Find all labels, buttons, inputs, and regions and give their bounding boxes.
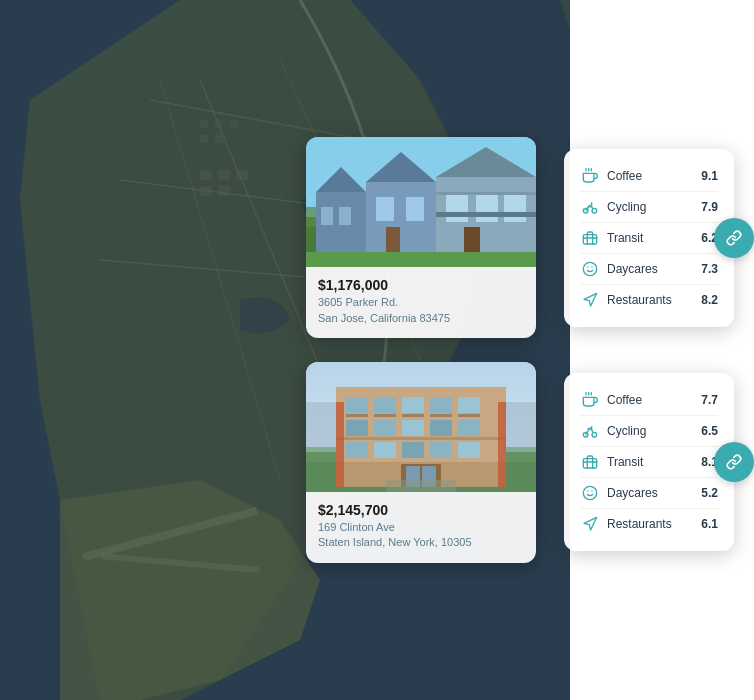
svg-rect-72	[346, 442, 368, 458]
score-value: 6.1	[701, 517, 718, 531]
svg-rect-36	[504, 192, 526, 222]
svg-rect-81	[336, 402, 344, 487]
score-value: 7.7	[701, 393, 718, 407]
restaurants-icon	[580, 290, 600, 310]
coffee-icon	[580, 166, 600, 186]
link-badge-1[interactable]	[714, 218, 754, 258]
property-price-2: $2,145,700	[318, 502, 524, 518]
score-row: Cycling 7.9	[580, 191, 718, 222]
property-price-1: $1,176,000	[318, 277, 524, 293]
property-image-1	[306, 137, 536, 267]
svg-rect-66	[346, 420, 368, 436]
score-row: Restaurants 8.2	[580, 284, 718, 315]
svg-point-45	[592, 208, 597, 213]
score-row: Cycling 6.5	[580, 415, 718, 446]
property-card-1[interactable]: $1,176,000 3605 Parker Rd. San Jose, Cal…	[306, 137, 536, 338]
score-value: 5.2	[701, 486, 718, 500]
score-row: Coffee 7.7	[580, 385, 718, 415]
property-address-2: 169 Clinton Ave Staten Island, New York,…	[318, 520, 524, 551]
svg-rect-34	[446, 192, 468, 222]
score-label: Cycling	[607, 200, 646, 214]
coffee-icon	[580, 390, 600, 410]
link-icon-2	[726, 454, 742, 470]
score-value: 7.3	[701, 262, 718, 276]
score-label: Restaurants	[607, 293, 672, 307]
daycares-icon	[580, 483, 600, 503]
svg-rect-46	[583, 234, 596, 243]
property-info-2: $2,145,700 169 Clinton Ave Staten Island…	[306, 492, 536, 563]
svg-rect-40	[436, 192, 536, 195]
property-info-1: $1,176,000 3605 Parker Rd. San Jose, Cal…	[306, 267, 536, 338]
svg-point-88	[592, 433, 597, 438]
svg-rect-75	[430, 442, 452, 458]
cycling-icon	[580, 421, 600, 441]
svg-rect-82	[498, 402, 506, 487]
svg-rect-70	[458, 420, 480, 436]
svg-rect-56	[346, 397, 368, 413]
svg-rect-35	[476, 192, 498, 222]
svg-rect-83	[386, 480, 456, 492]
score-row: Restaurants 6.1	[580, 508, 718, 539]
score-value: 7.9	[701, 200, 718, 214]
cards-column: $1,176,000 3605 Parker Rd. San Jose, Cal…	[306, 137, 734, 563]
svg-rect-71	[336, 437, 506, 440]
svg-rect-38	[306, 252, 536, 267]
score-value: 9.1	[701, 169, 718, 183]
scores-panel-1: Coffee 9.1	[564, 149, 734, 327]
svg-point-48	[583, 262, 596, 275]
link-badge-2[interactable]	[714, 442, 754, 482]
score-label: Daycares	[607, 262, 658, 276]
score-label: Coffee	[607, 169, 642, 183]
svg-rect-63	[402, 414, 424, 417]
svg-rect-57	[374, 397, 396, 413]
content-area: $1,176,000 3605 Parker Rd. San Jose, Cal…	[0, 0, 754, 700]
restaurants-icon	[580, 514, 600, 534]
svg-rect-89	[583, 459, 596, 468]
score-row: Daycares 5.2	[580, 477, 718, 508]
svg-rect-64	[430, 414, 452, 417]
svg-rect-39	[436, 212, 536, 217]
score-label: Coffee	[607, 393, 642, 407]
link-icon-1	[726, 230, 742, 246]
score-value: 6.5	[701, 424, 718, 438]
score-label: Daycares	[607, 486, 658, 500]
property-image-2	[306, 362, 536, 492]
score-value: 8.2	[701, 293, 718, 307]
daycares-icon	[580, 259, 600, 279]
score-label: Transit	[607, 231, 643, 245]
score-row: Coffee 9.1	[580, 161, 718, 191]
svg-rect-60	[458, 397, 480, 413]
svg-rect-65	[458, 414, 480, 417]
property-row-2: $2,145,700 169 Clinton Ave Staten Island…	[306, 362, 734, 563]
transit-icon	[580, 228, 600, 248]
score-row: Daycares 7.3	[580, 253, 718, 284]
svg-rect-69	[430, 420, 452, 436]
property-address-1: 3605 Parker Rd. San Jose, California 834…	[318, 295, 524, 326]
score-label: Cycling	[607, 424, 646, 438]
svg-rect-76	[458, 442, 480, 458]
cycling-icon	[580, 197, 600, 217]
scores-panel-2: Coffee 7.7	[564, 373, 734, 551]
svg-rect-67	[374, 420, 396, 436]
svg-rect-68	[402, 420, 424, 436]
svg-rect-59	[430, 397, 452, 413]
svg-rect-62	[374, 414, 396, 417]
property-card-2[interactable]: $2,145,700 169 Clinton Ave Staten Island…	[306, 362, 536, 563]
svg-rect-29	[376, 197, 394, 221]
svg-rect-74	[402, 442, 424, 458]
svg-rect-58	[402, 397, 424, 413]
score-row: Transit 6.2	[580, 222, 718, 253]
transit-icon	[580, 452, 600, 472]
svg-rect-61	[346, 414, 368, 417]
svg-rect-25	[321, 207, 333, 225]
score-label: Restaurants	[607, 517, 672, 531]
svg-point-91	[583, 487, 596, 500]
svg-rect-30	[406, 197, 424, 221]
svg-rect-73	[374, 442, 396, 458]
score-label: Transit	[607, 455, 643, 469]
score-row: Transit 8.1	[580, 446, 718, 477]
svg-rect-26	[339, 207, 351, 225]
property-row-1: $1,176,000 3605 Parker Rd. San Jose, Cal…	[306, 137, 734, 338]
